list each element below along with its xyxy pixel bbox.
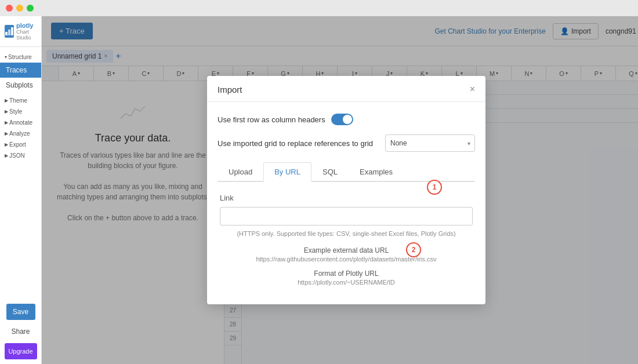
svg-rect-0: [5, 32, 8, 35]
link-section: Link (HTTPS only. Supported file types: …: [217, 194, 475, 286]
json-chevron-icon: ▶: [5, 153, 8, 158]
chevron-down-icon: ▾: [5, 54, 7, 60]
plotly-logo-icon: [5, 25, 14, 38]
link-input[interactable]: [220, 207, 473, 225]
grid-replace-row: Use imported grid to replace references …: [217, 134, 475, 152]
modal-header: Import ×: [207, 76, 485, 102]
example-plotly-title: Format of Plotly URL: [220, 270, 473, 278]
save-button[interactable]: Save: [6, 304, 35, 320]
share-button[interactable]: Share: [6, 323, 35, 340]
structure-header: ▾ Structure: [0, 52, 41, 63]
theme-section: ▶ Theme: [0, 95, 41, 106]
example-external-url: https://raw.githubusercontent.com/plotly…: [220, 256, 473, 263]
toggle-row: Use first row as column headers: [217, 114, 475, 125]
tab-upload[interactable]: Upload: [217, 162, 263, 182]
annotate-chevron-icon: ▶: [5, 120, 8, 125]
example-external-title: Example external data URL: [220, 246, 473, 254]
toggle-knob: [343, 115, 352, 124]
import-tabs: Upload By URL SQL Examples: [217, 162, 475, 182]
close-button[interactable]: [6, 5, 13, 12]
example-plotly-group: Format of Plotly URL https://plotly.com/…: [220, 270, 473, 286]
style-section: ▶ Style: [0, 106, 41, 117]
tab-sql[interactable]: SQL: [311, 162, 349, 182]
tab-by-url[interactable]: By URL: [263, 162, 311, 182]
link-hint: (HTTPS only. Supported file types: CSV, …: [220, 230, 473, 237]
theme-label: Theme: [9, 97, 27, 104]
subplots-label: Subplots: [6, 81, 33, 89]
structure-label: Structure: [8, 54, 32, 60]
analyze-section: ▶ Analyze: [0, 128, 41, 139]
import-modal: Import × Use first row as column headers…: [207, 76, 485, 304]
chevron-right-icon: ▶: [5, 98, 8, 103]
svg-rect-2: [11, 27, 13, 35]
annotate-label: Annotate: [9, 119, 32, 126]
grid-replace-select[interactable]: None Grid 1: [385, 134, 475, 152]
sidebar-item-subplots[interactable]: Subplots: [0, 78, 41, 93]
export-chevron-icon: ▶: [5, 142, 8, 147]
svg-rect-1: [8, 30, 10, 35]
traces-label: Traces: [6, 66, 27, 74]
sidebar-logo: plotly Chart Studio: [0, 16, 41, 47]
minimize-button[interactable]: [16, 5, 23, 12]
link-label: Link: [220, 194, 473, 202]
modal-backdrop[interactable]: Import × Use first row as column headers…: [42, 16, 638, 364]
export-label: Export: [9, 141, 26, 148]
grid-replace-select-wrapper: None Grid 1 ▾: [385, 134, 475, 152]
annotation-2: 2: [406, 242, 421, 257]
sidebar-item-traces[interactable]: Traces: [0, 63, 41, 78]
json-section: ▶ JSON: [0, 150, 41, 161]
logo-name: plotly: [16, 22, 37, 29]
sidebar-bottom: Save Share Upgrade: [0, 299, 41, 364]
modal-title: Import: [217, 85, 242, 94]
maximize-button[interactable]: [27, 5, 34, 12]
main-area: + Trace Get Chart Studio for your Enterp…: [42, 16, 638, 364]
analyze-chevron-icon: ▶: [5, 131, 8, 136]
toggle-label: Use first row as column headers: [217, 115, 325, 124]
logo-text-group: plotly Chart Studio: [16, 22, 37, 41]
tab-examples[interactable]: Examples: [349, 162, 404, 182]
style-label: Style: [9, 108, 22, 115]
logo-subtitle: Chart Studio: [16, 29, 37, 41]
modal-body: Use first row as column headers Use impo…: [207, 102, 485, 304]
modal-close-button[interactable]: ×: [470, 84, 475, 94]
titlebar: [0, 0, 638, 16]
export-section: ▶ Export: [0, 139, 41, 150]
json-label: JSON: [9, 152, 25, 159]
analyze-label: Analyze: [9, 130, 30, 137]
column-headers-toggle[interactable]: [331, 114, 353, 125]
upgrade-button[interactable]: Upgrade: [5, 343, 37, 359]
link-examples: Example external data URL https://raw.gi…: [220, 246, 473, 286]
grid-replace-label: Use imported grid to replace references …: [217, 139, 379, 148]
style-chevron-icon: ▶: [5, 109, 8, 114]
sidebar: plotly Chart Studio ▾ Structure Traces S…: [0, 16, 42, 364]
annotate-section: ▶ Annotate: [0, 117, 41, 128]
annotation-1: 1: [427, 180, 442, 195]
example-plotly-url: https://plotly.com/~USERNAME/ID: [220, 279, 473, 286]
example-external-group: Example external data URL https://raw.gi…: [220, 246, 473, 263]
app-layout: plotly Chart Studio ▾ Structure Traces S…: [0, 16, 638, 364]
